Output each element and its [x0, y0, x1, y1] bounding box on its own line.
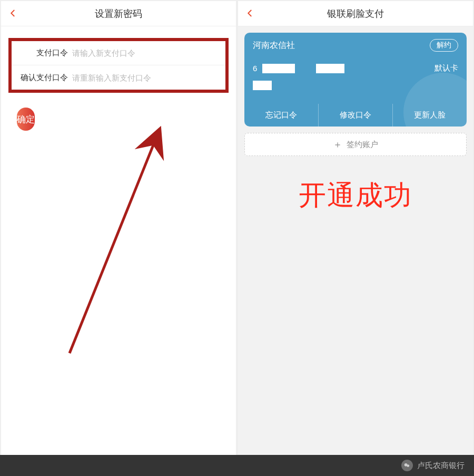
- face-pay-screen: 银联刷脸支付 河南农信社 解约 6 默认卡 忘记口令: [237, 0, 474, 476]
- sign-account-label: 签约账户: [347, 140, 378, 150]
- password-input[interactable]: [72, 48, 220, 57]
- success-annotation: 开通成功: [238, 177, 473, 214]
- nav-bar: 设置新密码: [1, 1, 236, 26]
- change-password-button[interactable]: 修改口令: [319, 104, 393, 127]
- annotation-arrow-icon: [59, 121, 185, 374]
- page-title: 设置新密码: [95, 7, 142, 20]
- back-icon[interactable]: [245, 8, 255, 18]
- footer-source: 卢氏农商银行: [417, 461, 465, 471]
- masked-block: [262, 64, 295, 73]
- unsubscribe-button[interactable]: 解约: [430, 39, 458, 52]
- footer-watermark: 卢氏农商银行: [0, 455, 474, 476]
- back-icon[interactable]: [8, 8, 18, 18]
- svg-point-2: [407, 464, 409, 467]
- svg-line-0: [70, 131, 159, 353]
- sign-account-button[interactable]: ＋ 签约账户: [244, 133, 467, 156]
- password-row: 支付口令: [12, 41, 225, 65]
- confirm-button-label: 确定: [17, 113, 35, 125]
- bank-name-label: 河南农信社: [253, 40, 295, 51]
- confirm-password-input[interactable]: [72, 73, 220, 82]
- plus-icon: ＋: [333, 138, 342, 151]
- password-label: 支付口令: [17, 48, 72, 58]
- forgot-password-button[interactable]: 忘记口令: [244, 104, 319, 127]
- masked-block: [253, 81, 272, 90]
- page-title: 银联刷脸支付: [327, 7, 384, 20]
- confirm-password-row: 确认支付口令: [12, 65, 225, 90]
- nav-bar: 银联刷脸支付: [238, 1, 473, 26]
- masked-block: [316, 64, 344, 73]
- default-card-label: 默认卡: [434, 63, 458, 73]
- card-number: 6: [253, 64, 344, 73]
- card-number-prefix: 6: [253, 64, 257, 73]
- password-form-highlight: 支付口令 确认支付口令: [8, 38, 229, 93]
- confirm-password-label: 确认支付口令: [17, 73, 72, 83]
- wechat-icon: [401, 460, 413, 471]
- set-password-screen: 设置新密码 支付口令 确认支付口令 确定: [0, 0, 237, 476]
- confirm-button[interactable]: 确定: [17, 108, 35, 131]
- bank-card: 河南农信社 解约 6 默认卡 忘记口令 修改口令: [244, 33, 467, 127]
